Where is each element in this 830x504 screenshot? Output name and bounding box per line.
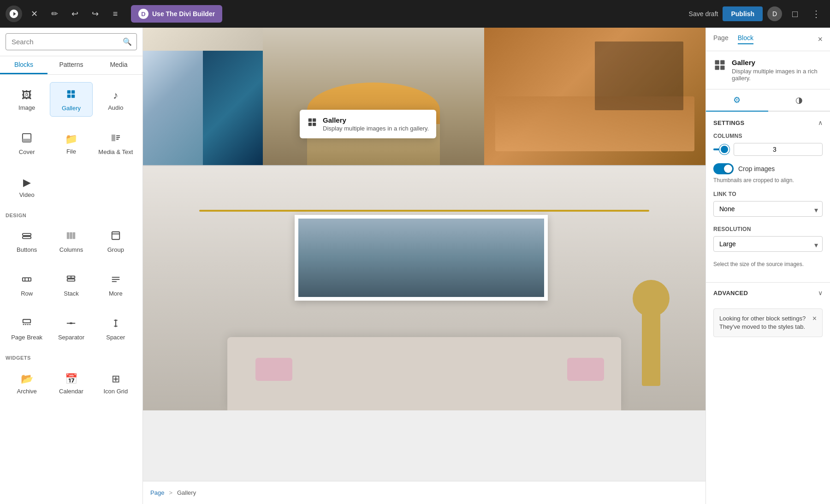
sidebar: 🔍 Blocks Patterns Media 🖼 Image bbox=[0, 28, 143, 504]
sidebar-item-file[interactable]: 📁 File bbox=[50, 126, 92, 160]
sidebar-item-icon-grid[interactable]: ⊞ Icon Grid bbox=[95, 366, 137, 400]
right-panel-content: Gallery Display multiple images in a ric… bbox=[706, 51, 830, 504]
breadcrumb-separator: > bbox=[169, 489, 172, 496]
user-avatar[interactable]: D bbox=[767, 6, 782, 21]
sidebar-item-media-text[interactable]: Media & Text bbox=[95, 126, 137, 160]
tab-patterns[interactable]: Patterns bbox=[47, 56, 95, 74]
list-view-button[interactable]: ≡ bbox=[107, 6, 124, 22]
close-button[interactable]: ✕ bbox=[26, 6, 42, 22]
sidebar-item-cover[interactable]: Cover bbox=[6, 126, 48, 160]
redo-button[interactable]: ↪ bbox=[87, 6, 103, 22]
page-blocks-grid: Page Break Separator bbox=[6, 311, 137, 346]
wp-logo[interactable] bbox=[6, 6, 22, 22]
svg-rect-28 bbox=[70, 322, 73, 324]
notification-banner: Looking for other block settings? They'v… bbox=[713, 308, 823, 337]
sidebar-item-gallery[interactable]: Gallery bbox=[50, 82, 92, 117]
search-input[interactable] bbox=[6, 34, 118, 49]
sidebar-item-columns[interactable]: Columns bbox=[50, 224, 92, 258]
svg-rect-20 bbox=[67, 279, 75, 281]
sidebar-item-label-spacer: Spacer bbox=[106, 334, 125, 341]
canvas-area: Gallery Display multiple images in a ric… bbox=[143, 28, 706, 504]
notification-text: Looking for other block settings? They'v… bbox=[719, 314, 809, 331]
svg-rect-11 bbox=[23, 237, 31, 239]
svg-rect-7 bbox=[116, 136, 120, 136]
panel-tab-page[interactable]: Page bbox=[713, 34, 729, 44]
columns-slider[interactable] bbox=[713, 148, 729, 150]
settings-collapse-button[interactable]: ∧ bbox=[818, 119, 823, 126]
tab-blocks[interactable]: Blocks bbox=[0, 56, 47, 74]
sidebar-item-spacer[interactable]: Spacer bbox=[95, 311, 137, 346]
search-button[interactable]: 🔍 bbox=[118, 34, 136, 50]
svg-rect-38 bbox=[715, 65, 719, 70]
panel-close-button[interactable]: × bbox=[818, 35, 823, 44]
breadcrumb-page[interactable]: Page bbox=[150, 489, 164, 496]
gallery-img-bottom-living-room[interactable] bbox=[143, 166, 706, 410]
slider-thumb[interactable] bbox=[721, 146, 728, 153]
sidebar-item-label-gallery: Gallery bbox=[62, 105, 81, 112]
undo-button[interactable]: ↩ bbox=[66, 6, 83, 22]
sidebar-item-image[interactable]: 🖼 Image bbox=[6, 82, 48, 117]
block-info-description: Display multiple images in a rich galler… bbox=[732, 68, 823, 82]
video-icon: ▶ bbox=[23, 177, 31, 189]
room-pillow-right bbox=[567, 358, 604, 381]
sidebar-item-more[interactable]: More bbox=[95, 267, 137, 302]
topbar-left: ✕ ✏ ↩ ↪ ≡ D Use The Divi Builder bbox=[6, 5, 222, 23]
sidebar-item-label-group: Group bbox=[107, 246, 124, 253]
sidebar-item-label-page-break: Page Break bbox=[11, 334, 42, 341]
resolution-select-wrap: Thumbnail Medium Large Full Size bbox=[713, 236, 823, 254]
panel-tab-block[interactable]: Block bbox=[738, 34, 753, 44]
link-to-select[interactable]: None Media File Attachment Page bbox=[713, 201, 823, 217]
more-menu-icon[interactable]: ⋮ bbox=[808, 6, 824, 22]
sidebar-item-group[interactable]: Group bbox=[95, 224, 137, 258]
crop-images-toggle[interactable] bbox=[713, 163, 734, 174]
search-box: 🔍 bbox=[6, 33, 137, 50]
columns-value-input[interactable]: 3 bbox=[734, 143, 823, 156]
gallery-img-living-room-orange[interactable] bbox=[484, 28, 706, 165]
gallery-img-ocean[interactable] bbox=[203, 51, 263, 165]
sidebar-tabs: Blocks Patterns Media bbox=[0, 56, 142, 75]
buttons-icon bbox=[22, 231, 32, 243]
styles-icon-tab[interactable]: ◑ bbox=[768, 89, 830, 112]
panel-tabs: Page Block bbox=[713, 34, 753, 44]
svg-rect-34 bbox=[308, 123, 312, 126]
svg-rect-37 bbox=[720, 60, 724, 65]
sidebar-item-calendar[interactable]: 📅 Calendar bbox=[50, 366, 92, 400]
row-icon bbox=[22, 274, 32, 287]
sidebar-item-audio[interactable]: ♪ Audio bbox=[95, 82, 137, 117]
gallery-icon bbox=[66, 89, 76, 102]
svg-rect-39 bbox=[720, 65, 724, 70]
sidebar-search-area: 🔍 bbox=[0, 28, 142, 56]
block-editor-icon[interactable]: ✏ bbox=[46, 6, 63, 22]
settings-section: Settings ∧ COLUMNS 3 Cr bbox=[706, 112, 830, 282]
panel-icon-tabs: ⚙ ◑ bbox=[706, 89, 830, 112]
resolution-select[interactable]: Thumbnail Medium Large Full Size bbox=[713, 236, 823, 252]
save-draft-button[interactable]: Save draft bbox=[689, 10, 718, 18]
sidebar-item-row[interactable]: Row bbox=[6, 267, 48, 302]
block-gallery-icon bbox=[713, 59, 726, 74]
canvas-scroll[interactable]: Gallery Display multiple images in a ric… bbox=[143, 28, 706, 481]
sidebar-item-buttons[interactable]: Buttons bbox=[6, 224, 48, 258]
svg-rect-14 bbox=[73, 232, 76, 239]
topbar: ✕ ✏ ↩ ↪ ≡ D Use The Divi Builder Save dr… bbox=[0, 0, 830, 28]
notification-close-button[interactable]: × bbox=[812, 314, 817, 323]
svg-rect-15 bbox=[112, 232, 120, 240]
settings-icon-tab[interactable]: ⚙ bbox=[706, 89, 768, 112]
divi-builder-button[interactable]: D Use The Divi Builder bbox=[131, 5, 222, 23]
sidebar-item-separator[interactable]: Separator bbox=[50, 311, 92, 346]
gallery-img-top-strip bbox=[143, 28, 263, 51]
tab-media[interactable]: Media bbox=[95, 56, 142, 74]
publish-button[interactable]: Publish bbox=[723, 6, 763, 21]
svg-rect-1 bbox=[71, 90, 75, 94]
gallery-img-dining[interactable] bbox=[263, 28, 484, 165]
advanced-heading[interactable]: Advanced ∨ bbox=[706, 283, 830, 303]
sidebar-item-archive[interactable]: 📂 Archive bbox=[6, 366, 48, 400]
settings-icon[interactable]: □ bbox=[787, 6, 803, 22]
link-to-label: LINK TO bbox=[713, 191, 823, 197]
sidebar-item-stack[interactable]: Stack bbox=[50, 267, 92, 302]
link-to-select-wrap: None Media File Attachment Page bbox=[713, 201, 823, 219]
sidebar-item-video[interactable]: ▶ Video bbox=[6, 170, 48, 203]
gallery-img-glacier[interactable] bbox=[143, 51, 203, 165]
sidebar-item-page-break[interactable]: Page Break bbox=[6, 311, 48, 346]
text-blocks-grid: Cover 📁 File Media & Text bbox=[6, 126, 137, 160]
right-panel: Page Block × Gallery Display mult bbox=[706, 28, 830, 504]
